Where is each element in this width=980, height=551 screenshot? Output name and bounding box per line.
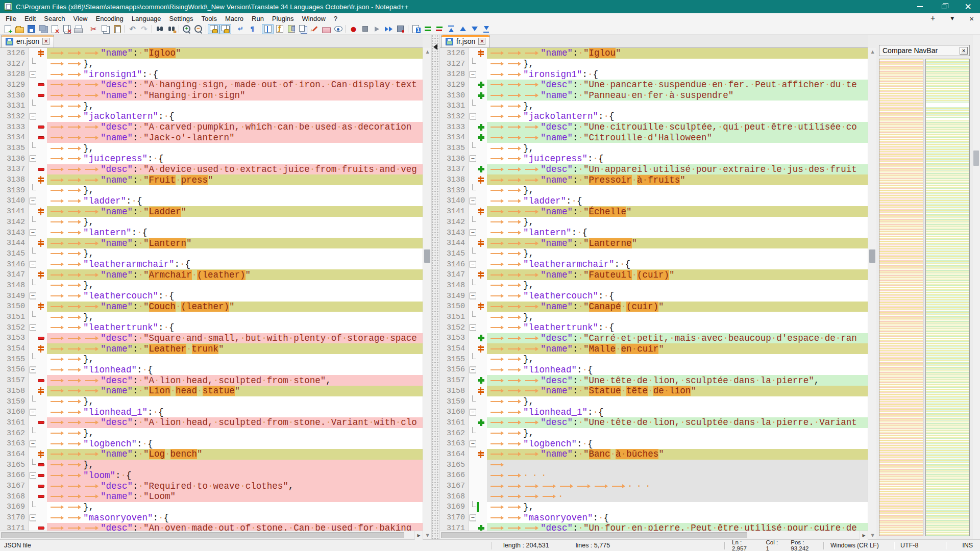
code-line-right-3151[interactable]: 3151}, bbox=[440, 312, 868, 322]
prev-diff-icon[interactable] bbox=[457, 24, 469, 34]
code-line-left-3165[interactable]: 3165}, bbox=[0, 460, 423, 470]
fold-collapse-icon[interactable] bbox=[469, 154, 477, 164]
tab-close-icon[interactable]: × bbox=[478, 38, 485, 45]
collapse-left-icon[interactable] bbox=[433, 44, 437, 50]
code-text[interactable]: "desc":·"Une·tête·de·lion,·sculptée·dans… bbox=[487, 375, 868, 386]
line-number[interactable]: 3138 bbox=[0, 174, 29, 185]
indent-guide-icon[interactable] bbox=[262, 24, 274, 34]
line-number[interactable]: 3132 bbox=[0, 111, 29, 122]
line-number[interactable]: 3156 bbox=[440, 365, 469, 375]
code-text[interactable]: "lionhead":·{ bbox=[487, 365, 868, 375]
line-number[interactable]: 3149 bbox=[440, 291, 469, 302]
zoom-out-icon[interactable] bbox=[192, 24, 204, 34]
code-line-right-3139[interactable]: 3139}, bbox=[440, 185, 868, 196]
code-line-left-3153[interactable]: 3153"desc":·"Square·and·small,·but·with·… bbox=[0, 333, 423, 344]
document-list-icon[interactable] bbox=[297, 24, 309, 34]
code-line-left-3147[interactable]: 3147"name":·"Armchair·(leather)" bbox=[0, 269, 423, 280]
code-text[interactable]: }, bbox=[487, 354, 868, 365]
code-line-right-3146[interactable]: 3146"leatherarmchair":·{ bbox=[440, 259, 868, 270]
code-text[interactable]: "juicepress":·{ bbox=[487, 154, 868, 164]
fold-collapse-icon[interactable] bbox=[29, 365, 37, 375]
code-text[interactable]: "leatherarmchair":·{ bbox=[487, 259, 868, 270]
scroll-right-arrow-icon[interactable]: ▶ bbox=[860, 531, 868, 540]
scrollbar-thumb[interactable] bbox=[973, 151, 979, 166]
right-vertical-scrollbar[interactable]: ▲ ▼ bbox=[868, 48, 876, 539]
left-vertical-scrollbar[interactable]: ▲ ▼ bbox=[423, 48, 431, 539]
code-text[interactable]: }, bbox=[487, 312, 868, 322]
fold-collapse-icon[interactable] bbox=[469, 259, 477, 270]
code-text[interactable]: "desc":·"Une·pancarte·suspendue·en·fer.·… bbox=[487, 80, 868, 90]
code-line-left-3169[interactable]: 3169}, bbox=[0, 502, 423, 513]
code-line-left-3152[interactable]: 3152"leathertrunk":·{ bbox=[0, 322, 423, 333]
fold-collapse-icon[interactable] bbox=[469, 69, 477, 80]
code-line-right-3159[interactable]: 3159}, bbox=[440, 396, 868, 407]
close-tab-button[interactable]: × bbox=[969, 15, 974, 22]
code-text[interactable]: }, bbox=[47, 460, 423, 470]
line-number[interactable]: 3167 bbox=[0, 481, 29, 491]
code-text[interactable]: "jackolantern":·{ bbox=[47, 111, 423, 122]
line-number[interactable]: 3161 bbox=[0, 417, 29, 428]
encoding-label[interactable]: UTF-8 bbox=[894, 542, 946, 549]
paste-icon[interactable] bbox=[111, 24, 123, 34]
print-icon[interactable] bbox=[72, 24, 84, 34]
sync-horizontal-icon[interactable] bbox=[219, 24, 231, 34]
tab-en-json[interactable]: en.json × bbox=[1, 35, 54, 47]
code-text[interactable]: }, bbox=[47, 59, 423, 69]
macro-play-icon[interactable] bbox=[371, 24, 383, 34]
close-button[interactable]: ✕ bbox=[956, 0, 980, 13]
cut-icon[interactable] bbox=[88, 24, 100, 34]
code-line-left-3146[interactable]: 3146"leatherarmchair":·{ bbox=[0, 259, 423, 270]
code-line-right-3147[interactable]: 3147"name":·"Fauteuil·(cuir)" bbox=[440, 269, 868, 280]
new-file-icon[interactable] bbox=[2, 24, 14, 34]
fold-collapse-icon[interactable] bbox=[29, 154, 37, 164]
code-text[interactable]: }, bbox=[487, 217, 868, 228]
code-line-left-3136[interactable]: 3136"juicepress":·{ bbox=[0, 154, 423, 164]
macro-run-multiple-icon[interactable] bbox=[383, 24, 395, 34]
code-line-right-3162[interactable]: 3162}, bbox=[440, 428, 868, 439]
code-line-right-3131[interactable]: 3131}, bbox=[440, 101, 868, 111]
macro-stop-icon[interactable] bbox=[359, 24, 371, 34]
code-line-left-3132[interactable]: 3132"jackolantern":·{ bbox=[0, 111, 423, 122]
code-text[interactable]: · bbox=[487, 491, 868, 502]
line-number[interactable]: 3134 bbox=[0, 133, 29, 143]
folder-as-workspace-icon[interactable] bbox=[321, 24, 332, 34]
code-text[interactable]: "lionhead":·{ bbox=[47, 365, 423, 375]
code-line-left-3159[interactable]: 3159}, bbox=[0, 396, 423, 407]
code-line-left-3171[interactable]: 3171"desc":·"An·oven·made·out·of·stone.·… bbox=[0, 523, 423, 531]
code-line-right-3155[interactable]: 3155}, bbox=[440, 354, 868, 365]
fold-collapse-icon[interactable] bbox=[469, 407, 477, 417]
line-number[interactable]: 3163 bbox=[0, 438, 29, 449]
code-line-right-3170[interactable]: 3170"masonryoven":·{ bbox=[440, 512, 868, 523]
line-number[interactable]: 3169 bbox=[0, 502, 29, 513]
line-number[interactable]: 3141 bbox=[440, 206, 469, 217]
fold-collapse-icon[interactable] bbox=[469, 512, 477, 523]
line-number[interactable]: 3164 bbox=[0, 449, 29, 460]
code-line-left-3134[interactable]: 3134"name":·"Jack-o'-lantern" bbox=[0, 133, 423, 143]
code-text[interactable]: }, bbox=[487, 280, 868, 291]
copy-icon[interactable] bbox=[100, 24, 111, 34]
document-map-icon[interactable] bbox=[285, 24, 297, 34]
code-text[interactable]: "lionhead_1":·{ bbox=[487, 407, 868, 417]
code-text[interactable]: }, bbox=[47, 312, 423, 322]
code-line-right-3166[interactable]: 3166··· bbox=[440, 470, 868, 481]
line-number[interactable]: 3141 bbox=[0, 206, 29, 217]
code-text[interactable]: "name":·"Ladder" bbox=[47, 206, 423, 217]
code-line-right-3140[interactable]: 3140"ladder":·{ bbox=[440, 196, 868, 207]
scrollbar-thumb[interactable] bbox=[441, 532, 747, 538]
fold-collapse-icon[interactable] bbox=[29, 407, 37, 417]
line-number[interactable]: 3165 bbox=[0, 460, 29, 470]
code-text[interactable]: "name":·"Leather·trunk" bbox=[47, 343, 423, 354]
code-text[interactable]: "desc":·"Square·and·small,·but·with·plen… bbox=[47, 333, 423, 344]
code-text[interactable]: }, bbox=[47, 101, 423, 111]
code-text[interactable] bbox=[487, 460, 868, 470]
code-line-right-3167[interactable]: 3167··· bbox=[440, 481, 868, 491]
left-horizontal-scrollbar[interactable]: ▶ bbox=[0, 531, 423, 539]
line-number[interactable]: 3166 bbox=[440, 470, 469, 481]
code-line-right-3132[interactable]: 3132"jackolantern":·{ bbox=[440, 111, 868, 122]
code-text[interactable]: "masonryoven":·{ bbox=[47, 512, 423, 523]
code-text[interactable]: "logbench":·{ bbox=[487, 438, 868, 449]
code-line-right-3153[interactable]: 3153"desc":·"Carré·et·petit,·mais·avec·b… bbox=[440, 333, 868, 344]
line-number[interactable]: 3160 bbox=[0, 407, 29, 417]
line-number[interactable]: 3158 bbox=[0, 386, 29, 396]
code-line-left-3131[interactable]: 3131}, bbox=[0, 101, 423, 111]
